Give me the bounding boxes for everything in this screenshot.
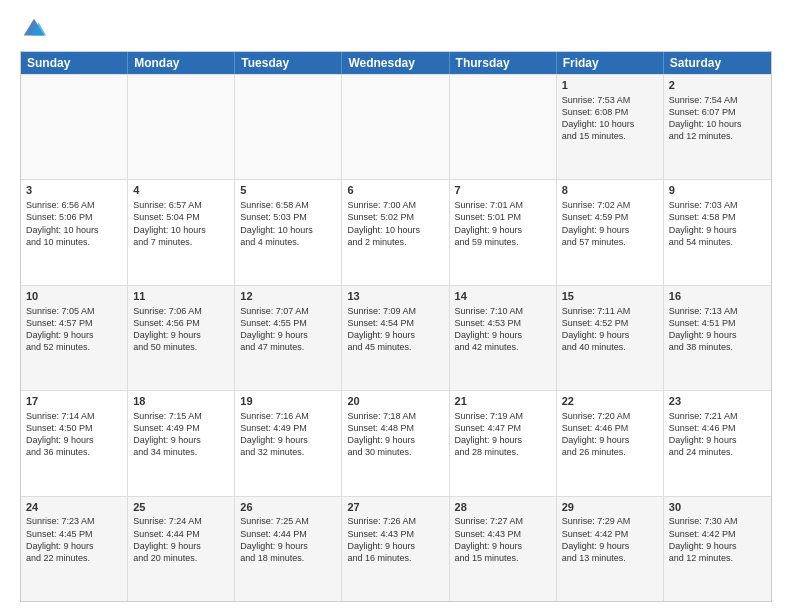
day-number-1: 1 <box>562 78 658 93</box>
day-info-30: Sunrise: 7:30 AM Sunset: 4:42 PM Dayligh… <box>669 515 766 564</box>
day-info-22: Sunrise: 7:20 AM Sunset: 4:46 PM Dayligh… <box>562 410 658 459</box>
day-cell-27: 27Sunrise: 7:26 AM Sunset: 4:43 PM Dayli… <box>342 497 449 601</box>
day-info-2: Sunrise: 7:54 AM Sunset: 6:07 PM Dayligh… <box>669 94 766 143</box>
calendar-header: Sunday Monday Tuesday Wednesday Thursday… <box>21 52 771 74</box>
day-cell-24: 24Sunrise: 7:23 AM Sunset: 4:45 PM Dayli… <box>21 497 128 601</box>
header-monday: Monday <box>128 52 235 74</box>
header-wednesday: Wednesday <box>342 52 449 74</box>
day-number-26: 26 <box>240 500 336 515</box>
calendar: Sunday Monday Tuesday Wednesday Thursday… <box>20 51 772 602</box>
logo <box>20 15 52 43</box>
day-number-14: 14 <box>455 289 551 304</box>
day-info-5: Sunrise: 6:58 AM Sunset: 5:03 PM Dayligh… <box>240 199 336 248</box>
day-info-16: Sunrise: 7:13 AM Sunset: 4:51 PM Dayligh… <box>669 305 766 354</box>
day-number-22: 22 <box>562 394 658 409</box>
day-cell-20: 20Sunrise: 7:18 AM Sunset: 4:48 PM Dayli… <box>342 391 449 495</box>
day-number-27: 27 <box>347 500 443 515</box>
day-info-11: Sunrise: 7:06 AM Sunset: 4:56 PM Dayligh… <box>133 305 229 354</box>
day-cell-8: 8Sunrise: 7:02 AM Sunset: 4:59 PM Daylig… <box>557 180 664 284</box>
day-cell-29: 29Sunrise: 7:29 AM Sunset: 4:42 PM Dayli… <box>557 497 664 601</box>
day-info-8: Sunrise: 7:02 AM Sunset: 4:59 PM Dayligh… <box>562 199 658 248</box>
calendar-body: 1Sunrise: 7:53 AM Sunset: 6:08 PM Daylig… <box>21 74 771 601</box>
logo-icon <box>20 15 48 43</box>
day-number-15: 15 <box>562 289 658 304</box>
day-number-30: 30 <box>669 500 766 515</box>
week-row-2: 10Sunrise: 7:05 AM Sunset: 4:57 PM Dayli… <box>21 285 771 390</box>
day-number-29: 29 <box>562 500 658 515</box>
day-cell-10: 10Sunrise: 7:05 AM Sunset: 4:57 PM Dayli… <box>21 286 128 390</box>
day-cell-13: 13Sunrise: 7:09 AM Sunset: 4:54 PM Dayli… <box>342 286 449 390</box>
day-info-27: Sunrise: 7:26 AM Sunset: 4:43 PM Dayligh… <box>347 515 443 564</box>
day-info-17: Sunrise: 7:14 AM Sunset: 4:50 PM Dayligh… <box>26 410 122 459</box>
day-info-6: Sunrise: 7:00 AM Sunset: 5:02 PM Dayligh… <box>347 199 443 248</box>
day-number-10: 10 <box>26 289 122 304</box>
day-cell-26: 26Sunrise: 7:25 AM Sunset: 4:44 PM Dayli… <box>235 497 342 601</box>
day-info-19: Sunrise: 7:16 AM Sunset: 4:49 PM Dayligh… <box>240 410 336 459</box>
day-cell-4: 4Sunrise: 6:57 AM Sunset: 5:04 PM Daylig… <box>128 180 235 284</box>
day-number-19: 19 <box>240 394 336 409</box>
day-cell-19: 19Sunrise: 7:16 AM Sunset: 4:49 PM Dayli… <box>235 391 342 495</box>
day-cell-5: 5Sunrise: 6:58 AM Sunset: 5:03 PM Daylig… <box>235 180 342 284</box>
week-row-1: 3Sunrise: 6:56 AM Sunset: 5:06 PM Daylig… <box>21 179 771 284</box>
day-cell-30: 30Sunrise: 7:30 AM Sunset: 4:42 PM Dayli… <box>664 497 771 601</box>
empty-cell-0-0 <box>21 75 128 179</box>
empty-cell-0-2 <box>235 75 342 179</box>
day-cell-17: 17Sunrise: 7:14 AM Sunset: 4:50 PM Dayli… <box>21 391 128 495</box>
day-info-4: Sunrise: 6:57 AM Sunset: 5:04 PM Dayligh… <box>133 199 229 248</box>
day-number-9: 9 <box>669 183 766 198</box>
empty-cell-0-4 <box>450 75 557 179</box>
day-cell-28: 28Sunrise: 7:27 AM Sunset: 4:43 PM Dayli… <box>450 497 557 601</box>
day-number-6: 6 <box>347 183 443 198</box>
day-info-13: Sunrise: 7:09 AM Sunset: 4:54 PM Dayligh… <box>347 305 443 354</box>
day-number-4: 4 <box>133 183 229 198</box>
day-number-13: 13 <box>347 289 443 304</box>
day-info-7: Sunrise: 7:01 AM Sunset: 5:01 PM Dayligh… <box>455 199 551 248</box>
header-sunday: Sunday <box>21 52 128 74</box>
day-cell-16: 16Sunrise: 7:13 AM Sunset: 4:51 PM Dayli… <box>664 286 771 390</box>
day-info-20: Sunrise: 7:18 AM Sunset: 4:48 PM Dayligh… <box>347 410 443 459</box>
day-number-11: 11 <box>133 289 229 304</box>
day-cell-3: 3Sunrise: 6:56 AM Sunset: 5:06 PM Daylig… <box>21 180 128 284</box>
day-cell-15: 15Sunrise: 7:11 AM Sunset: 4:52 PM Dayli… <box>557 286 664 390</box>
day-number-24: 24 <box>26 500 122 515</box>
day-number-12: 12 <box>240 289 336 304</box>
day-info-14: Sunrise: 7:10 AM Sunset: 4:53 PM Dayligh… <box>455 305 551 354</box>
day-cell-18: 18Sunrise: 7:15 AM Sunset: 4:49 PM Dayli… <box>128 391 235 495</box>
day-cell-11: 11Sunrise: 7:06 AM Sunset: 4:56 PM Dayli… <box>128 286 235 390</box>
day-cell-7: 7Sunrise: 7:01 AM Sunset: 5:01 PM Daylig… <box>450 180 557 284</box>
day-cell-12: 12Sunrise: 7:07 AM Sunset: 4:55 PM Dayli… <box>235 286 342 390</box>
day-number-3: 3 <box>26 183 122 198</box>
day-cell-9: 9Sunrise: 7:03 AM Sunset: 4:58 PM Daylig… <box>664 180 771 284</box>
day-number-20: 20 <box>347 394 443 409</box>
day-number-16: 16 <box>669 289 766 304</box>
day-number-18: 18 <box>133 394 229 409</box>
week-row-3: 17Sunrise: 7:14 AM Sunset: 4:50 PM Dayli… <box>21 390 771 495</box>
day-info-28: Sunrise: 7:27 AM Sunset: 4:43 PM Dayligh… <box>455 515 551 564</box>
day-number-17: 17 <box>26 394 122 409</box>
day-info-15: Sunrise: 7:11 AM Sunset: 4:52 PM Dayligh… <box>562 305 658 354</box>
header-thursday: Thursday <box>450 52 557 74</box>
header-friday: Friday <box>557 52 664 74</box>
day-info-3: Sunrise: 6:56 AM Sunset: 5:06 PM Dayligh… <box>26 199 122 248</box>
day-info-25: Sunrise: 7:24 AM Sunset: 4:44 PM Dayligh… <box>133 515 229 564</box>
day-info-24: Sunrise: 7:23 AM Sunset: 4:45 PM Dayligh… <box>26 515 122 564</box>
day-info-29: Sunrise: 7:29 AM Sunset: 4:42 PM Dayligh… <box>562 515 658 564</box>
day-number-25: 25 <box>133 500 229 515</box>
header-saturday: Saturday <box>664 52 771 74</box>
week-row-4: 24Sunrise: 7:23 AM Sunset: 4:45 PM Dayli… <box>21 496 771 601</box>
day-number-2: 2 <box>669 78 766 93</box>
day-info-9: Sunrise: 7:03 AM Sunset: 4:58 PM Dayligh… <box>669 199 766 248</box>
empty-cell-0-1 <box>128 75 235 179</box>
day-cell-1: 1Sunrise: 7:53 AM Sunset: 6:08 PM Daylig… <box>557 75 664 179</box>
day-cell-21: 21Sunrise: 7:19 AM Sunset: 4:47 PM Dayli… <box>450 391 557 495</box>
day-info-21: Sunrise: 7:19 AM Sunset: 4:47 PM Dayligh… <box>455 410 551 459</box>
day-info-18: Sunrise: 7:15 AM Sunset: 4:49 PM Dayligh… <box>133 410 229 459</box>
empty-cell-0-3 <box>342 75 449 179</box>
day-number-21: 21 <box>455 394 551 409</box>
day-info-10: Sunrise: 7:05 AM Sunset: 4:57 PM Dayligh… <box>26 305 122 354</box>
page: Sunday Monday Tuesday Wednesday Thursday… <box>0 0 792 612</box>
day-number-28: 28 <box>455 500 551 515</box>
day-info-26: Sunrise: 7:25 AM Sunset: 4:44 PM Dayligh… <box>240 515 336 564</box>
day-number-5: 5 <box>240 183 336 198</box>
day-info-23: Sunrise: 7:21 AM Sunset: 4:46 PM Dayligh… <box>669 410 766 459</box>
